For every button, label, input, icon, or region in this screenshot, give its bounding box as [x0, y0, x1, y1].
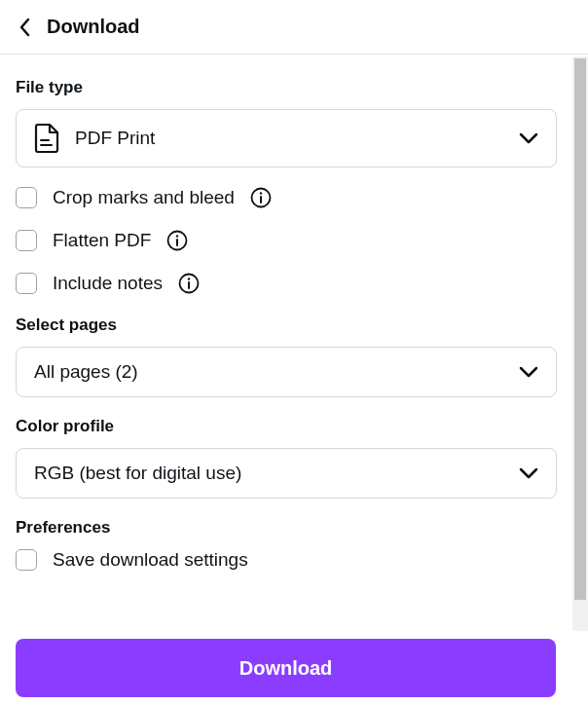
flatten-pdf-row: Flatten PDF: [16, 230, 557, 251]
svg-point-6: [176, 235, 178, 237]
back-icon[interactable]: [19, 18, 31, 37]
file-type-dropdown[interactable]: PDF Print: [16, 109, 557, 167]
file-type-label: File type: [16, 78, 557, 97]
file-type-value: PDF Print: [75, 128, 155, 149]
crop-marks-label: Crop marks and bleed: [53, 187, 235, 208]
content-area: File type PDF Print Crop marks and bleed: [0, 55, 572, 571]
color-profile-value: RGB (best for digital use): [34, 463, 241, 484]
svg-point-9: [188, 278, 190, 279]
flatten-pdf-checkbox[interactable]: [16, 230, 37, 251]
chevron-down-icon: [519, 132, 538, 144]
scrollbar-thumb[interactable]: [574, 58, 586, 600]
save-settings-label: Save download settings: [53, 549, 248, 571]
panel-header: Download: [0, 0, 588, 55]
info-icon[interactable]: [166, 230, 188, 251]
crop-marks-checkbox[interactable]: [16, 187, 37, 208]
include-notes-label: Include notes: [53, 273, 163, 294]
info-icon[interactable]: [250, 187, 272, 208]
include-notes-row: Include notes: [16, 273, 557, 294]
chevron-down-icon: [519, 467, 538, 479]
crop-marks-row: Crop marks and bleed: [16, 187, 557, 208]
download-button[interactable]: Download: [16, 639, 556, 697]
color-profile-dropdown[interactable]: RGB (best for digital use): [16, 448, 557, 499]
chevron-down-icon: [519, 366, 538, 378]
file-pdf-icon: [34, 124, 59, 153]
include-notes-checkbox[interactable]: [16, 273, 37, 294]
preferences-label: Preferences: [16, 518, 557, 538]
color-profile-label: Color profile: [16, 417, 557, 436]
flatten-pdf-label: Flatten PDF: [53, 230, 151, 251]
select-pages-value: All pages (2): [34, 361, 138, 383]
select-pages-label: Select pages: [16, 315, 557, 335]
save-settings-checkbox[interactable]: [16, 549, 37, 571]
svg-point-3: [260, 192, 262, 194]
select-pages-dropdown[interactable]: All pages (2): [16, 347, 557, 397]
save-settings-row: Save download settings: [16, 549, 557, 571]
info-icon[interactable]: [178, 273, 200, 294]
page-title: Download: [47, 16, 140, 38]
